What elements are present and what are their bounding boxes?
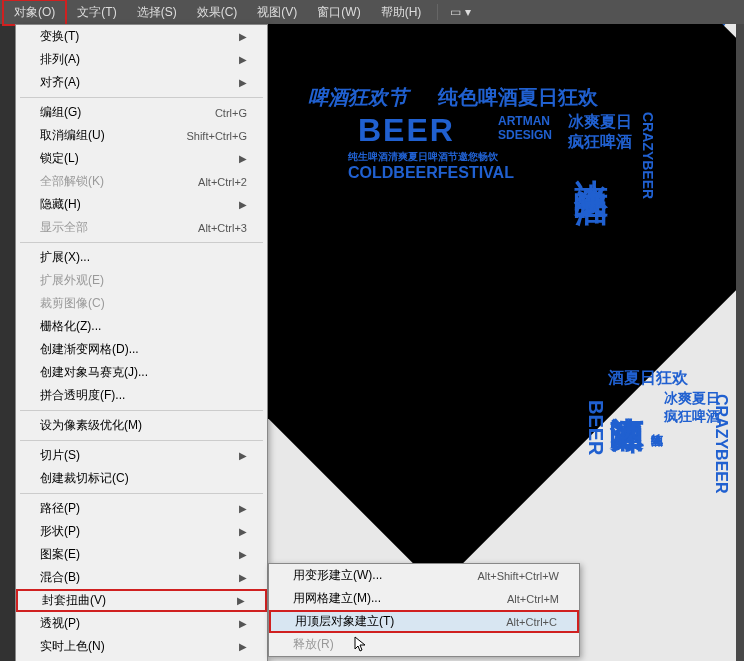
chevron-right-icon: ▶ xyxy=(239,618,247,629)
menu-window[interactable]: 窗口(W) xyxy=(307,1,370,24)
menu-select[interactable]: 选择(S) xyxy=(127,1,187,24)
menu-separator xyxy=(20,493,263,494)
chevron-right-icon: ▶ xyxy=(237,595,245,606)
poster2-line1: 酒夏日狂欢 xyxy=(608,368,688,389)
menu-trim-marks[interactable]: 创建裁切标记(C) xyxy=(16,467,267,490)
poster-vert-crazy: CRAZYBEER xyxy=(640,112,656,199)
menubar: 对象(O) 文字(T) 选择(S) 效果(C) 视图(V) 窗口(W) 帮助(H… xyxy=(0,0,744,24)
poster2-vert-crazy: CRAZYBEER xyxy=(712,394,730,494)
menu-group[interactable]: 编组(G)Ctrl+G xyxy=(16,101,267,124)
menu-effect[interactable]: 效果(C) xyxy=(187,1,248,24)
menu-unlock-all[interactable]: 全部解锁(K)Alt+Ctrl+2 xyxy=(16,170,267,193)
chevron-right-icon: ▶ xyxy=(239,450,247,461)
submenu-release[interactable]: 释放(R) xyxy=(269,633,579,656)
menu-blend[interactable]: 混合(B)▶ xyxy=(16,566,267,589)
menu-text[interactable]: 文字(T) xyxy=(67,1,126,24)
submenu-make-with-warp[interactable]: 用变形建立(W)...Alt+Shift+Ctrl+W xyxy=(269,564,579,587)
chevron-right-icon: ▶ xyxy=(239,31,247,42)
poster2-vert-beer: BEER xyxy=(584,400,607,456)
menu-show-all[interactable]: 显示全部Alt+Ctrl+3 xyxy=(16,216,267,239)
poster-vert-brand: 冰爽啤酒 xyxy=(568,152,614,168)
poster-sub: 纯生啤酒清爽夏日啤酒节邀您畅饮 xyxy=(348,150,498,164)
chevron-right-icon: ▶ xyxy=(239,641,247,652)
object-menu: 变换(T)▶ 排列(A)▶ 对齐(A)▶ 编组(G)Ctrl+G 取消编组(U)… xyxy=(15,24,268,661)
chevron-right-icon: ▶ xyxy=(239,549,247,560)
chevron-right-icon: ▶ xyxy=(239,153,247,164)
arrange-docs-icon[interactable]: ▭ ▾ xyxy=(444,2,476,22)
chevron-right-icon: ▶ xyxy=(239,77,247,88)
menu-path[interactable]: 路径(P)▶ xyxy=(16,497,267,520)
menu-pixel-perfect[interactable]: 设为像素级优化(M) xyxy=(16,414,267,437)
poster-title-1: 啤酒狂欢节 xyxy=(308,84,408,111)
poster-title-2: 纯色啤酒夏日狂欢 xyxy=(438,84,598,111)
chevron-right-icon: ▶ xyxy=(239,572,247,583)
poster-beer: BEER xyxy=(358,112,455,149)
poster-artman: ARTMAN xyxy=(498,114,550,128)
menu-ungroup[interactable]: 取消编组(U)Shift+Ctrl+G xyxy=(16,124,267,147)
envelope-distort-submenu: 用变形建立(W)...Alt+Shift+Ctrl+W 用网格建立(M)...A… xyxy=(268,563,580,657)
menu-separator xyxy=(20,97,263,98)
menu-gradient-mesh[interactable]: 创建渐变网格(D)... xyxy=(16,338,267,361)
poster-sdesign: SDESIGN xyxy=(498,128,552,142)
menu-expand-appearance[interactable]: 扩展外观(E) xyxy=(16,269,267,292)
submenu-make-with-mesh[interactable]: 用网格建立(M)...Alt+Ctrl+M xyxy=(269,587,579,610)
menu-transform[interactable]: 变换(T)▶ xyxy=(16,25,267,48)
mouse-cursor-icon xyxy=(354,636,368,654)
panel-edge xyxy=(736,24,744,661)
menu-perspective[interactable]: 透视(P)▶ xyxy=(16,612,267,635)
menu-live-paint[interactable]: 实时上色(N)▶ xyxy=(16,635,267,658)
menu-object-mosaic[interactable]: 创建对象马赛克(J)... xyxy=(16,361,267,384)
chevron-right-icon: ▶ xyxy=(239,199,247,210)
menu-lock[interactable]: 锁定(L)▶ xyxy=(16,147,267,170)
menu-view[interactable]: 视图(V) xyxy=(247,1,307,24)
submenu-make-with-top-object[interactable]: 用顶层对象建立(T)Alt+Ctrl+C xyxy=(269,610,579,633)
chevron-right-icon: ▶ xyxy=(239,54,247,65)
poster-ice: 冰爽夏日 xyxy=(568,112,632,133)
menu-envelope-distort[interactable]: 封套扭曲(V)▶ xyxy=(16,589,267,612)
menu-help[interactable]: 帮助(H) xyxy=(371,1,432,24)
menu-separator xyxy=(20,440,263,441)
menu-crop-image[interactable]: 裁剪图像(C) xyxy=(16,292,267,315)
menu-separator xyxy=(20,410,263,411)
chevron-right-icon: ▶ xyxy=(239,503,247,514)
menu-rasterize[interactable]: 栅格化(Z)... xyxy=(16,315,267,338)
menu-flatten-transparency[interactable]: 拼合透明度(F)... xyxy=(16,384,267,407)
menubar-sep xyxy=(437,4,438,20)
menu-separator xyxy=(20,242,263,243)
menu-pattern[interactable]: 图案(E)▶ xyxy=(16,543,267,566)
menu-object[interactable]: 对象(O) xyxy=(2,0,67,26)
menu-slice[interactable]: 切片(S)▶ xyxy=(16,444,267,467)
menu-align[interactable]: 对齐(A)▶ xyxy=(16,71,267,94)
chevron-right-icon: ▶ xyxy=(239,526,247,537)
menu-hide[interactable]: 隐藏(H)▶ xyxy=(16,193,267,216)
poster-fest: COLDBEERFESTIVAL xyxy=(348,164,514,182)
menu-expand[interactable]: 扩展(X)... xyxy=(16,246,267,269)
menu-arrange[interactable]: 排列(A)▶ xyxy=(16,48,267,71)
menu-shape[interactable]: 形状(P)▶ xyxy=(16,520,267,543)
poster-crazy: 疯狂啤酒 xyxy=(568,132,632,153)
